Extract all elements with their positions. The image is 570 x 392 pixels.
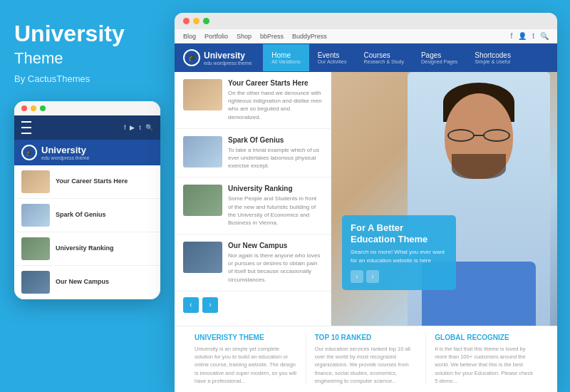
list-item-desc: To take a trivial example which of us ev… — [228, 146, 322, 170]
list-item-desc: Some People and Students in front of the… — [228, 195, 322, 227]
nav-item-shortcodes[interactable]: ShortcodesSimple & Useful — [466, 44, 519, 71]
hero-cta-desc: Search no more! What you ever want for a… — [351, 248, 447, 264]
list-item-text: Our New Campus Nor again is there anyone… — [228, 242, 322, 284]
list-item-image — [183, 185, 222, 216]
desktop-hero: For A Better Education Theme Search no m… — [331, 72, 557, 326]
desktop-bottom-stats: UNIVERISTY THEME University is an simple… — [175, 326, 557, 392]
hamburger-line — [21, 133, 31, 134]
list-item-label: Spark Of Genius — [56, 211, 106, 220]
topbar-link-shop[interactable]: Shop — [237, 33, 252, 40]
next-arrow-button[interactable]: › — [202, 297, 218, 313]
twitter-icon[interactable]: t — [532, 32, 534, 40]
list-item-title: Our New Campus — [228, 242, 322, 249]
topbar-link-buddypress[interactable]: BuddyPress — [292, 33, 327, 40]
nav-item-home[interactable]: HomeAll Variations — [263, 44, 309, 71]
list-item-label: Our New Campus — [56, 278, 109, 287]
dot-red — [21, 105, 27, 111]
mobile-nav: f ▶ t 🔍 — [14, 115, 160, 140]
stat-title: GLOBAL RECOGNIZE — [435, 334, 537, 341]
list-item-label: University Ranking — [56, 244, 114, 253]
list-item-image — [183, 79, 222, 110]
list-item-desc: Nor again is there anyone who loves or p… — [228, 252, 322, 284]
dot-green — [203, 18, 209, 24]
desktop-nav-items: HomeAll Variations EventsOur Activities … — [263, 44, 549, 71]
topbar-link-portfolio[interactable]: Portfolio — [204, 33, 228, 40]
logo-subtext: edu wordpress theme — [204, 61, 252, 66]
mobile-logo-icon: 🎓 — [21, 145, 37, 160]
list-item: Spark Of Genius To take a trivial exampl… — [175, 129, 331, 178]
list-item-desc: On the other hand we denounce with right… — [228, 89, 322, 121]
list-item: Our New Campus — [14, 266, 160, 299]
mobile-logo-sub: edu wordpress theme — [41, 155, 89, 160]
hero-cta-box: For A Better Education Theme Search no m… — [342, 215, 456, 290]
mobile-list: Your Career Starts Here Spark Of Genius … — [14, 165, 160, 299]
facebook-icon[interactable]: f — [510, 32, 512, 40]
prev-arrow-button[interactable]: ‹ — [183, 297, 199, 313]
topbar-social-icons: f 👤 t 🔍 — [510, 32, 549, 40]
nav-item-events[interactable]: EventsOur Activities — [309, 44, 356, 71]
glasses-left — [447, 129, 475, 142]
nav-item-pages[interactable]: PagesDesigned Pages — [413, 44, 466, 71]
desktop-preview: Blog Portfolio Shop bbPress BuddyPress f… — [175, 13, 557, 392]
by-line: By CactusThemes — [14, 73, 160, 84]
list-item-image — [21, 271, 50, 294]
glasses-bridge — [474, 135, 484, 136]
logo-text: University — [204, 51, 252, 61]
stat-col-global: GLOBAL RECOGNIZE It is the fact that thi… — [426, 334, 546, 385]
search-icon[interactable]: 🔍 — [145, 124, 153, 131]
glasses-right — [483, 129, 510, 142]
stat-col-university: UNIVERISTY THEME University is an simple… — [186, 334, 306, 385]
dot-red — [183, 18, 190, 24]
left-panel: University Theme By CactusThemes f ▶ t 🔍 — [0, 0, 175, 392]
mobile-header: 🎓 University edu wordpress theme — [14, 140, 160, 165]
list-item-text: Your Career Starts Here On the other han… — [228, 79, 322, 121]
list-item-image — [183, 242, 222, 273]
topbar-links: Blog Portfolio Shop bbPress BuddyPress — [183, 33, 327, 40]
stat-title: UNIVERISTY THEME — [195, 334, 297, 341]
hamburger-line — [21, 121, 31, 123]
list-item: Your Career Starts Here On the other han… — [175, 72, 331, 129]
list-item: University Ranking — [14, 232, 160, 266]
list-item-title: University Ranking — [228, 185, 322, 192]
hero-next-arrow[interactable]: › — [366, 270, 379, 283]
list-item: Our New Campus Nor again is there anyone… — [175, 234, 331, 292]
theme-title: University — [14, 21, 160, 46]
facebook-icon: f — [124, 124, 126, 131]
desktop-mainnav: 🎓 University edu wordpress theme HomeAll… — [175, 43, 557, 72]
dot-yellow — [31, 105, 36, 111]
nav-item-courses[interactable]: CoursesResearch & Study — [356, 44, 413, 71]
twitter-icon: t — [139, 124, 141, 131]
list-item-text: Spark Of Genius To take a trivial exampl… — [228, 136, 322, 170]
list-navigation-arrows: ‹ › — [175, 292, 331, 319]
dot-yellow — [193, 18, 200, 24]
desktop-content: Your Career Starts Here On the other han… — [175, 72, 557, 326]
topbar-link-blog[interactable]: Blog — [183, 33, 196, 40]
desktop-logo: 🎓 University edu wordpress theme — [183, 43, 252, 72]
hero-cta-title: For A Better Education Theme — [351, 222, 447, 244]
hamburger-line — [21, 127, 31, 128]
user-icon[interactable]: 👤 — [518, 32, 527, 40]
person-beard — [452, 154, 506, 179]
list-item: Spark Of Genius — [14, 199, 160, 232]
dot-green — [40, 105, 46, 111]
hero-prev-arrow[interactable]: ‹ — [351, 270, 363, 283]
stat-desc: University is an simple yet complete sol… — [195, 345, 297, 385]
list-item-title: Spark Of Genius — [228, 136, 322, 144]
list-item-title: Your Career Starts Here — [228, 79, 322, 87]
stat-col-ranked: TOP 10 RANKED Our education services ran… — [306, 334, 427, 385]
list-item-image — [183, 136, 222, 167]
youtube-icon: ▶ — [130, 124, 135, 131]
mobile-hamburger[interactable] — [21, 120, 31, 135]
desktop-topbar: Blog Portfolio Shop bbPress BuddyPress f… — [175, 29, 557, 43]
mobile-preview: f ▶ t 🔍 🎓 University edu wordpress theme… — [14, 101, 160, 299]
mobile-logo-text: University — [41, 145, 89, 155]
desktop-list-column: Your Career Starts Here On the other han… — [175, 72, 331, 326]
theme-subtitle: Theme — [14, 49, 160, 68]
logo-icon: 🎓 — [183, 49, 200, 66]
list-item-text: University Ranking Some People and Stude… — [228, 185, 322, 227]
mobile-browser-chrome — [14, 101, 160, 115]
search-icon[interactable]: 🔍 — [540, 32, 549, 40]
topbar-link-bbpress[interactable]: bbPress — [260, 33, 284, 40]
stat-desc: Our education services ranked top 10 all… — [315, 345, 418, 385]
browser-chrome — [175, 13, 557, 29]
